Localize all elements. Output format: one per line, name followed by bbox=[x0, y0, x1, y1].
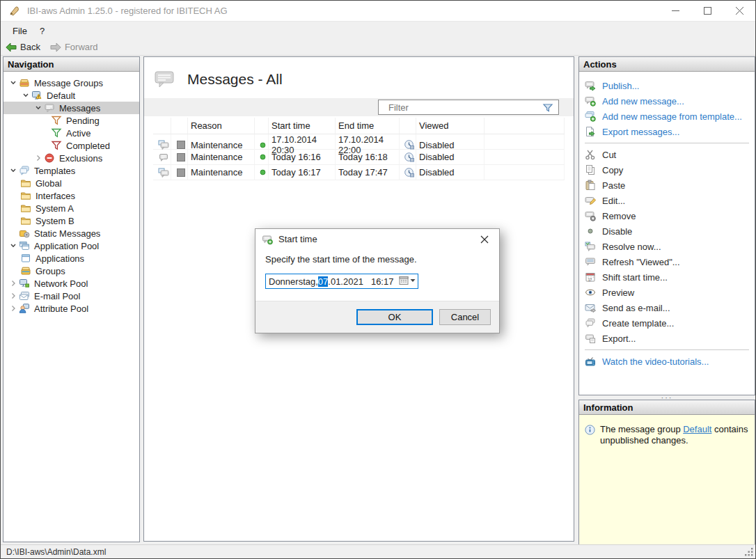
chevron-collapsed-icon[interactable] bbox=[8, 290, 19, 301]
tree-item-interfaces[interactable]: Interfaces bbox=[3, 189, 139, 202]
col-status[interactable] bbox=[255, 118, 269, 134]
col-select[interactable] bbox=[171, 118, 188, 134]
maximize-button[interactable] bbox=[691, 1, 723, 21]
app-window: { "window": { "title": "IBI-aws Admin 1.… bbox=[0, 0, 756, 559]
action-label: Export messages... bbox=[602, 127, 679, 137]
action-resolve-now[interactable]: Resolve now... bbox=[585, 239, 752, 254]
chevron-expanded-icon[interactable] bbox=[20, 90, 31, 101]
tree-item-applications[interactable]: Applications bbox=[3, 252, 139, 265]
col-message-icon[interactable] bbox=[153, 118, 171, 134]
minimize-button[interactable] bbox=[659, 1, 691, 21]
action-label: Copy bbox=[602, 165, 623, 175]
message-row[interactable]: Maintenance Today 16:17 Today 17:47 Disa… bbox=[153, 165, 565, 180]
start-time-datetime-input[interactable]: Donnerstag, 07.01.2021 16:17 bbox=[265, 274, 418, 289]
tree-label: Network Pool bbox=[34, 278, 88, 289]
action-label: Publish... bbox=[602, 81, 639, 91]
tree-item-network-pool[interactable]: Network Pool bbox=[3, 277, 139, 290]
action-edit[interactable]: Edit... bbox=[585, 193, 752, 208]
menu-help[interactable]: ? bbox=[33, 24, 51, 38]
action-export-messages[interactable]: Export messages... bbox=[585, 124, 752, 139]
action-add-new-message-from-template[interactable]: Add new message from template... bbox=[585, 109, 752, 124]
select-checkbox[interactable] bbox=[177, 153, 185, 162]
forward-button[interactable]: Forward bbox=[45, 40, 103, 54]
message-row[interactable]: Maintenance Today 16:16 Today 16:18 Disa… bbox=[153, 150, 565, 165]
action-add-new-message[interactable]: Add new message... bbox=[585, 93, 752, 109]
calendar-dropdown-button[interactable] bbox=[399, 276, 416, 285]
chevron-collapsed-icon[interactable] bbox=[33, 152, 44, 164]
active-status-icon bbox=[260, 154, 266, 160]
action-label: Shift start time... bbox=[602, 272, 668, 283]
action-watch-video-tutorials[interactable]: Watch the video-tutorials... bbox=[585, 354, 752, 369]
tree-item-message-groups[interactable]: Message Groups bbox=[3, 77, 139, 89]
action-copy[interactable]: Copy bbox=[585, 162, 752, 178]
tree-item-system-a[interactable]: System A bbox=[3, 202, 139, 214]
start-time-dialog-icon bbox=[262, 234, 273, 245]
network-icon bbox=[19, 278, 30, 289]
ok-button[interactable]: OK bbox=[356, 309, 433, 325]
select-checkbox[interactable] bbox=[177, 141, 185, 149]
resize-grip[interactable] bbox=[744, 547, 754, 557]
message-row[interactable]: Maintenance 17.10.2014 20:30 17.10.2014 … bbox=[153, 134, 565, 150]
action-refresh-viewed[interactable]: Refresh "Viewed"... bbox=[585, 254, 752, 269]
tree-item-pending[interactable]: Pending bbox=[3, 114, 139, 127]
col-end-time[interactable]: End time bbox=[336, 118, 400, 134]
action-label: Disable bbox=[602, 226, 632, 237]
templates-icon bbox=[19, 165, 30, 176]
cancel-button[interactable]: Cancel bbox=[439, 309, 491, 325]
tree-item-templates[interactable]: Templates bbox=[3, 164, 139, 177]
tree-item-static-messages[interactable]: Static Messages bbox=[3, 227, 139, 239]
tree-item-default[interactable]: Default bbox=[3, 89, 139, 102]
static-messages-icon bbox=[19, 228, 30, 239]
action-send-as-email[interactable]: Send as e-mail... bbox=[585, 300, 752, 315]
chevron-expanded-icon[interactable] bbox=[8, 77, 19, 88]
filter-input[interactable]: Filter bbox=[378, 100, 559, 115]
action-publish[interactable]: Publish... bbox=[585, 78, 752, 93]
col-viewed[interactable]: Viewed bbox=[416, 118, 485, 134]
col-viewed-icon[interactable] bbox=[400, 118, 416, 134]
tree-item-active[interactable]: Active bbox=[3, 127, 139, 139]
tree-item-application-pool[interactable]: Application Pool bbox=[3, 239, 139, 252]
tree-item-completed[interactable]: Completed bbox=[3, 139, 139, 152]
exclusion-icon bbox=[44, 152, 55, 164]
tree-label: Interfaces bbox=[36, 191, 75, 201]
action-create-template[interactable]: Create template... bbox=[585, 315, 752, 331]
tree-label: Applications bbox=[36, 253, 84, 264]
preview-icon bbox=[585, 287, 596, 298]
action-disable[interactable]: Disable bbox=[585, 223, 752, 239]
back-button[interactable]: Back bbox=[1, 40, 45, 54]
remove-icon bbox=[585, 210, 596, 221]
chevron-expanded-icon[interactable] bbox=[33, 102, 44, 113]
tree-item-attribute-pool[interactable]: Attribute Pool bbox=[3, 302, 139, 315]
tree-item-global[interactable]: Global bbox=[3, 177, 139, 189]
col-start-time[interactable]: Start time bbox=[269, 118, 336, 134]
chevron-expanded-icon[interactable] bbox=[8, 240, 19, 251]
filter-funnel-icon[interactable] bbox=[542, 102, 553, 113]
cell-spacer bbox=[485, 150, 565, 164]
action-export[interactable]: Export... bbox=[585, 331, 752, 346]
action-preview[interactable]: Preview bbox=[585, 285, 752, 300]
action-remove[interactable]: Remove bbox=[585, 208, 752, 223]
tree-label: Messages bbox=[59, 103, 100, 113]
chevron-collapsed-icon[interactable] bbox=[8, 303, 19, 314]
action-shift-start-time[interactable]: 17 Shift start time... bbox=[585, 269, 752, 285]
time-value: 16:17 bbox=[371, 276, 394, 287]
close-button[interactable] bbox=[723, 1, 755, 21]
cell-start-time: Today 16:16 bbox=[269, 150, 336, 164]
tree-label: E-mail Pool bbox=[34, 291, 80, 301]
cell-reason: Maintenance bbox=[188, 150, 255, 164]
default-group-link[interactable]: Default bbox=[683, 424, 711, 434]
dialog-close-button[interactable] bbox=[470, 229, 499, 249]
chevron-expanded-icon[interactable] bbox=[8, 165, 19, 176]
select-checkbox[interactable] bbox=[177, 168, 185, 177]
menu-file[interactable]: File bbox=[6, 24, 33, 38]
tree-item-groups[interactable]: Groups bbox=[3, 265, 139, 277]
create-template-icon bbox=[585, 317, 596, 329]
action-cut[interactable]: Cut bbox=[585, 147, 752, 162]
col-reason[interactable]: Reason bbox=[188, 118, 255, 134]
tree-item-system-b[interactable]: System B bbox=[3, 214, 139, 227]
tree-item-messages[interactable]: Messages bbox=[3, 102, 139, 114]
tree-item-email-pool[interactable]: E-mail Pool bbox=[3, 290, 139, 302]
tree-item-exclusions[interactable]: Exclusions bbox=[3, 152, 139, 164]
action-paste[interactable]: Paste bbox=[585, 178, 752, 193]
chevron-collapsed-icon[interactable] bbox=[8, 278, 19, 289]
